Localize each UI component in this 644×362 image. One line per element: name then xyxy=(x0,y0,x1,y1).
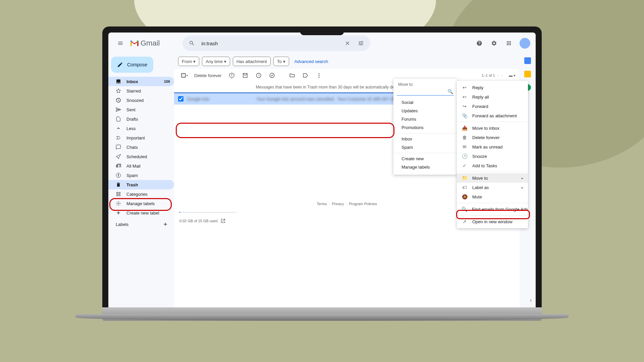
advanced-search-link[interactable]: Advanced search xyxy=(294,59,328,64)
ctx-markunread[interactable]: ✉Mark as unread xyxy=(457,142,528,152)
moveto-item-spam[interactable]: Spam xyxy=(393,143,457,152)
delete-forever-button[interactable]: Delete forever xyxy=(192,73,224,78)
trash-icon xyxy=(116,182,121,187)
sidebar-item-important[interactable]: Important xyxy=(108,133,174,142)
filter-from[interactable]: From ▾ xyxy=(178,57,199,66)
clear-search-button[interactable] xyxy=(341,37,354,50)
snooze-button[interactable] xyxy=(253,69,265,81)
ctx-moveto[interactable]: 📁Move to▸ xyxy=(457,173,528,183)
ctx-deleteforever[interactable]: 🗑Delete forever xyxy=(457,133,528,142)
sidebar-item-allmail[interactable]: All Mail xyxy=(108,161,174,171)
search-button[interactable] xyxy=(185,37,199,50)
next-page-button[interactable]: › xyxy=(501,73,503,77)
moveto-item-inbox[interactable]: Inbox xyxy=(393,135,457,143)
ctx-mute[interactable]: 🔕Mute xyxy=(457,192,528,201)
sidebar-item-createlabel[interactable]: Create new label xyxy=(108,208,174,218)
main-menu-button[interactable] xyxy=(114,37,127,50)
important-icon xyxy=(116,135,121,140)
support-button[interactable] xyxy=(473,37,486,50)
calendar-app-icon[interactable] xyxy=(524,57,531,64)
terms-link[interactable]: Terms xyxy=(317,202,327,206)
ctx-forwardattach[interactable]: 📎Forward as attachment xyxy=(457,111,528,120)
sidebar-item-sent[interactable]: Sent xyxy=(108,105,174,114)
send-icon xyxy=(116,107,121,112)
ctx-addtasks[interactable]: ✓Add to Tasks xyxy=(457,161,528,170)
move-to-button[interactable] xyxy=(286,69,298,81)
settings-button[interactable] xyxy=(487,37,501,50)
prev-page-button[interactable]: ‹ xyxy=(498,73,499,77)
open-external-icon[interactable] xyxy=(220,218,226,224)
svg-point-3 xyxy=(270,73,274,78)
pagination-text: 1–1 of 1 xyxy=(482,73,495,77)
sidebar-item-chats[interactable]: Chats xyxy=(108,142,174,152)
email-checkbox[interactable] xyxy=(178,96,183,102)
plus-icon[interactable] xyxy=(163,222,168,227)
apps-button[interactable] xyxy=(502,37,516,50)
laptop-notch xyxy=(300,26,344,35)
sidebar-item-managelabels[interactable]: Manage labels xyxy=(108,199,174,208)
moveto-item-promotions[interactable]: Promotions xyxy=(393,123,457,132)
reply-icon: ↩ xyxy=(462,85,468,90)
privacy-link[interactable]: Privacy xyxy=(332,202,344,206)
sidebar-labels-header: Labels xyxy=(108,218,174,227)
search-input[interactable] xyxy=(199,41,341,46)
select-all-checkbox[interactable]: ▾ xyxy=(178,69,190,81)
moveto-item-managelabels[interactable]: Manage labels xyxy=(393,163,457,171)
search-options-button[interactable] xyxy=(354,37,368,50)
filter-anytime[interactable]: Any time ▾ xyxy=(202,57,230,66)
filter-to[interactable]: To ▾ xyxy=(273,57,289,66)
moveto-item-updates[interactable]: Updates xyxy=(393,107,457,115)
moveto-item-social[interactable]: Social xyxy=(393,98,457,107)
sidebar-item-inbox[interactable]: Inbox106 xyxy=(108,77,174,86)
sidebar-item-trash[interactable]: Trash xyxy=(108,180,174,189)
add-tasks-button[interactable] xyxy=(266,69,278,81)
keep-app-icon[interactable] xyxy=(524,71,531,77)
label-icon: 🏷 xyxy=(462,185,468,190)
ctx-findemails[interactable]: 🔍Find emails from Google Ads xyxy=(457,204,528,214)
sidebar-item-less[interactable]: Less xyxy=(108,124,174,133)
moveto-search-input[interactable] xyxy=(397,89,454,96)
ctx-forward[interactable]: ↪Forward xyxy=(457,102,528,111)
chevron-up-icon xyxy=(116,126,121,131)
ctx-labelas[interactable]: 🏷Label as▸ xyxy=(457,183,528,192)
policies-link[interactable]: Program Policies xyxy=(349,202,377,206)
expand-panel-button[interactable]: › xyxy=(530,297,532,303)
sidebar-item-categories[interactable]: Categories xyxy=(108,189,174,199)
ctx-moveinbox[interactable]: 📥Move to inbox xyxy=(457,123,528,133)
density-button[interactable]: ▬ ▾ xyxy=(509,73,516,78)
inbox-icon: 📥 xyxy=(462,125,468,131)
ctx-reply[interactable]: ↩Reply xyxy=(457,83,528,92)
gmail-logo[interactable]: Gmail xyxy=(130,39,160,48)
plus-icon xyxy=(116,210,121,216)
ctx-opennew[interactable]: ↗Open in new window xyxy=(457,217,528,226)
filter-hasattachment[interactable]: Has attachment xyxy=(233,57,271,66)
draft-icon xyxy=(116,116,121,122)
star-icon xyxy=(116,88,121,94)
report-spam-button[interactable] xyxy=(226,69,238,81)
moveto-header: Move to: xyxy=(393,82,457,89)
gmail-logo-icon xyxy=(130,40,139,47)
apps-icon xyxy=(506,40,512,46)
more-button[interactable] xyxy=(313,69,325,81)
labels-button[interactable] xyxy=(300,69,312,81)
ctx-snooze[interactable]: 🕐Snooze xyxy=(457,152,528,161)
compose-button[interactable]: Compose xyxy=(111,57,153,73)
chevron-down-icon: ▾ xyxy=(224,59,226,64)
sidebar-item-scheduled[interactable]: Scheduled xyxy=(108,152,174,161)
chevron-down-icon: ▾ xyxy=(186,74,188,77)
sidebar-item-spam[interactable]: Spam xyxy=(108,171,174,180)
open-external-icon: ↗ xyxy=(462,219,468,224)
clock-icon xyxy=(256,72,262,78)
mail-icon: ✉ xyxy=(462,144,468,149)
mark-unread-button[interactable] xyxy=(239,69,251,81)
account-avatar[interactable] xyxy=(520,38,530,49)
moveto-item-createnew[interactable]: Create new xyxy=(393,155,457,163)
sidebar-item-snoozed[interactable]: Snoozed xyxy=(108,96,174,105)
ctx-replyall[interactable]: ↩Reply all xyxy=(457,92,528,102)
svg-point-6 xyxy=(318,77,319,78)
label-icon xyxy=(303,72,309,78)
sidebar-item-drafts[interactable]: Drafts xyxy=(108,114,174,124)
moveto-item-forums[interactable]: Forums xyxy=(393,115,457,123)
sidebar-item-starred[interactable]: Starred xyxy=(108,86,174,96)
mail-icon xyxy=(242,72,248,78)
